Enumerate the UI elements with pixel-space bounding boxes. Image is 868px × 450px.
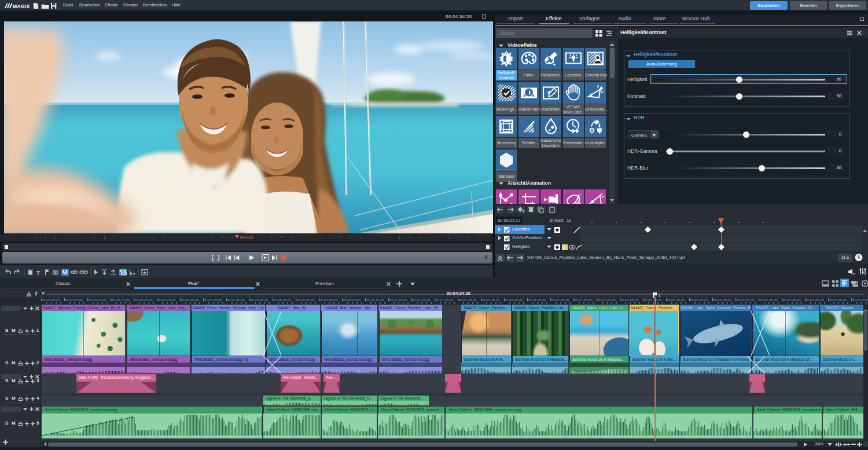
svg-text:T: T xyxy=(36,269,40,276)
svg-text:1: 1 xyxy=(658,293,660,297)
svg-text:MAGIX: MAGIX xyxy=(13,3,30,9)
